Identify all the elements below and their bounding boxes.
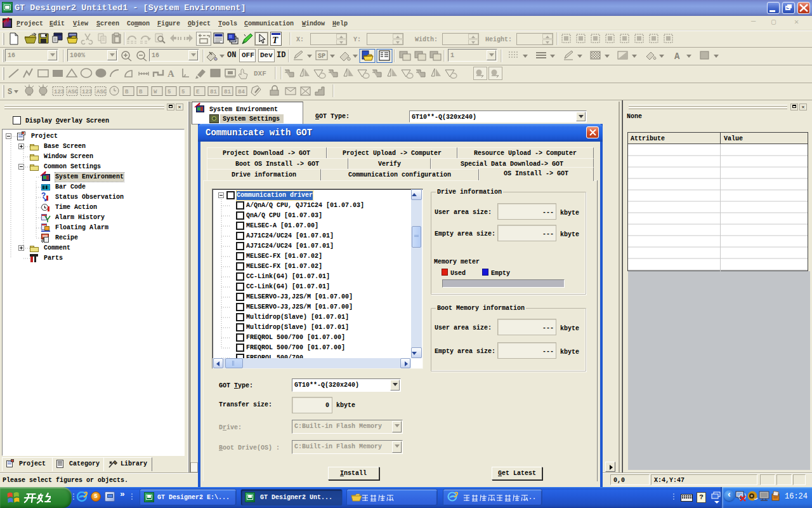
svg-text:W: W	[154, 89, 157, 95]
svg-text:A: A	[167, 69, 174, 79]
svg-text:E: E	[196, 89, 200, 95]
svg-text:B: B	[125, 89, 129, 95]
svg-text:84: 84	[238, 89, 245, 95]
svg-text:DXF: DXF	[254, 70, 266, 77]
svg-text:123: 123	[82, 89, 92, 95]
svg-text:ASC: ASC	[96, 89, 107, 95]
svg-text:5: 5	[167, 89, 171, 95]
svg-text:5: 5	[181, 89, 185, 95]
svg-text:123: 123	[54, 89, 64, 95]
svg-text:ASC: ASC	[68, 89, 79, 95]
svg-text:S: S	[8, 88, 12, 97]
svg-text:81: 81	[224, 89, 231, 95]
svg-text:A: A	[674, 51, 680, 62]
svg-text:81: 81	[210, 89, 217, 95]
svg-text:B: B	[139, 89, 143, 95]
